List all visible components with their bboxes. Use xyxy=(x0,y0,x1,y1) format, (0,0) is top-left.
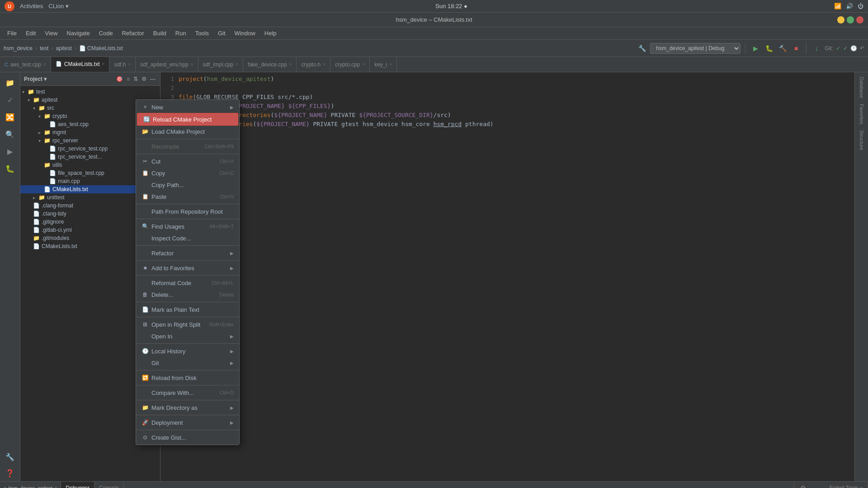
maximize-button[interactable] xyxy=(847,16,854,23)
breadcrumb-project[interactable]: hsm_device xyxy=(4,45,33,52)
run-button[interactable]: ▶ xyxy=(750,43,761,54)
editor-content[interactable]: 1 project(hsm_device_apitest) 2 3 file(G… xyxy=(160,72,854,481)
panel-locate-icon[interactable]: 🎯 xyxy=(115,75,124,83)
vcs-update-icon[interactable]: ↓ xyxy=(811,43,822,54)
tab-crypto-cpp[interactable]: crypto.cpp × xyxy=(330,57,370,72)
sidebar-database-label[interactable]: Database xyxy=(858,75,865,100)
menu-refactor[interactable]: Refactor xyxy=(118,28,148,38)
bottom-tab-debugger[interactable]: Debugger xyxy=(61,482,94,488)
build-button[interactable]: 🔨 xyxy=(777,43,788,54)
tab-sdf-impl[interactable]: sdf_impl.cpp × xyxy=(198,57,243,72)
minimize-button[interactable] xyxy=(837,16,844,23)
window-title: hsm_device – CMakeLists.txt xyxy=(396,16,472,23)
close-button[interactable] xyxy=(856,16,863,23)
debug-close[interactable]: × xyxy=(54,485,57,488)
new-icon: + xyxy=(142,103,149,111)
menu-view[interactable]: View xyxy=(41,28,61,38)
ctx-refactor[interactable]: Refactor xyxy=(136,247,239,259)
ctx-reformat[interactable]: Reformat Code Ctrl+Alt+L xyxy=(136,277,239,289)
reformat-icon xyxy=(142,279,149,286)
menu-window[interactable]: Window xyxy=(231,28,259,38)
ubuntu-logo[interactable]: U xyxy=(5,1,14,11)
ctx-git[interactable]: Git xyxy=(136,357,239,369)
tree-test[interactable]: ▾ 📁 test xyxy=(20,88,160,96)
ctx-load-cmake[interactable]: 📂 Load CMake Project xyxy=(136,126,239,137)
bottom-tab-failed-tests[interactable]: Failed Tests × xyxy=(825,482,868,488)
ctx-reload-disk[interactable]: 🔁 Reload from Disk xyxy=(136,372,239,384)
split-icon: ⊞ xyxy=(142,321,149,328)
tab-fake-device[interactable]: fake_device.cpp × xyxy=(243,57,297,72)
sidebar-search-icon[interactable]: 🔍 xyxy=(2,126,18,142)
ctx-copy[interactable]: 📋 Copy Ctrl+C xyxy=(136,167,239,179)
ctx-add-favorites[interactable]: ★ Add to Favorites xyxy=(136,262,239,274)
tab-crypto-h[interactable]: crypto.h × xyxy=(297,57,330,72)
tab-sdf-apitest[interactable]: sdf_apitest_env.hpp × xyxy=(136,57,198,72)
failed-tests-close[interactable]: × xyxy=(860,485,863,488)
ctx-local-history[interactable]: 🕐 Local History xyxy=(136,345,239,357)
activities-label[interactable]: Activities xyxy=(20,3,43,9)
ctx-open-right-split[interactable]: ⊞ Open in Right Split Shift+Enter xyxy=(136,319,239,330)
menu-navigate[interactable]: Navigate xyxy=(63,28,93,38)
ctx-deployment[interactable]: 🚀 Deployment xyxy=(136,417,239,428)
menu-build[interactable]: Build xyxy=(150,28,170,38)
ctx-delete[interactable]: 🗑 Delete... Delete xyxy=(136,289,239,300)
menu-git[interactable]: Git xyxy=(214,28,229,38)
menu-file[interactable]: File xyxy=(4,28,20,38)
menu-edit[interactable]: Edit xyxy=(22,28,39,38)
ctx-mark-directory[interactable]: 📁 Mark Directory as xyxy=(136,402,239,413)
breadcrumb-file[interactable]: 📄 CMakeLists.txt xyxy=(79,45,123,52)
ctx-reload-cmake[interactable]: 🔄 Reload CMake Project xyxy=(137,113,238,126)
sidebar-structure-label[interactable]: Structure xyxy=(858,128,865,153)
sidebar-commit-icon[interactable]: ✓ xyxy=(2,92,18,108)
panel-sort-icon[interactable]: ⇅ xyxy=(132,75,139,83)
panel-hide-btn[interactable]: — xyxy=(811,483,821,488)
breadcrumb-test[interactable]: test xyxy=(40,45,48,52)
tab-key-i[interactable]: key_i × xyxy=(370,57,397,72)
sidebar-plugins-icon[interactable]: 🔧 xyxy=(2,449,18,465)
ctx-mark-plain[interactable]: 📄 Mark as Plain Text xyxy=(136,304,239,315)
tab-close-cryptoh[interactable]: × xyxy=(323,62,326,67)
sidebar-favorites-label[interactable]: Favorites xyxy=(858,102,865,127)
ctx-paste[interactable]: 📋 Paste Ctrl+V xyxy=(136,191,239,202)
panel-minimize-icon[interactable]: — xyxy=(149,75,156,83)
ctx-compare-with[interactable]: Compare With... Ctrl+D xyxy=(136,387,239,399)
sidebar-help-icon[interactable]: ❓ xyxy=(2,465,18,481)
stop-button[interactable]: ■ xyxy=(791,43,802,54)
tab-close-sdfimpl[interactable]: × xyxy=(236,62,238,67)
menu-run[interactable]: Run xyxy=(172,28,190,38)
ctx-new[interactable]: + New xyxy=(136,101,239,113)
ctx-cut[interactable]: ✂ Cut Ctrl+X xyxy=(136,155,239,167)
sidebar-pull-icon[interactable]: 🔀 xyxy=(2,109,18,125)
tab-aes-test[interactable]: C aes_test.cpp × xyxy=(0,57,51,72)
ctx-path-from-root[interactable]: Path From Repository Root xyxy=(136,206,239,217)
ctx-find-usages[interactable]: 🔍 Find Usages Alt+Shift+7 xyxy=(136,221,239,232)
menu-code[interactable]: Code xyxy=(95,28,117,38)
tab-close-sdf[interactable]: × xyxy=(128,62,131,67)
ctx-inspect-code[interactable]: Inspect Code... xyxy=(136,232,239,244)
panel-settings-icon[interactable]: ⚙ xyxy=(141,75,147,83)
sidebar-run-icon[interactable]: ▶ xyxy=(2,143,18,160)
tab-close-keyi[interactable]: × xyxy=(389,62,392,67)
sidebar-project-icon[interactable]: 📁 xyxy=(2,75,18,91)
app-name-label[interactable]: CLion ▾ xyxy=(48,3,69,9)
tab-close-cmake[interactable]: × xyxy=(102,61,105,66)
bottom-tab-console[interactable]: Console xyxy=(94,482,124,488)
ctx-open-in[interactable]: Open In xyxy=(136,330,239,342)
tab-close-sdfapi[interactable]: × xyxy=(191,62,193,67)
breadcrumb-apitest[interactable]: apitest xyxy=(56,45,71,52)
menu-tools[interactable]: Tools xyxy=(192,28,212,38)
panel-settings-btn[interactable]: ⚙ xyxy=(798,483,809,488)
tab-close-fake[interactable]: × xyxy=(289,62,292,67)
panel-collapse-icon[interactable]: ≡ xyxy=(126,75,131,83)
tab-cmake[interactable]: 📄 CMakeLists.txt × xyxy=(51,57,110,72)
tab-close-cryptocpp[interactable]: × xyxy=(362,62,365,67)
debug-button[interactable]: 🐛 xyxy=(764,43,774,54)
run-config-dropdown[interactable]: hsm_device_apitest | Debug xyxy=(650,43,741,54)
sidebar-debug-icon[interactable]: 🐛 xyxy=(2,160,18,177)
tab-sdf-h[interactable]: sdf.h × xyxy=(109,57,136,72)
ctx-copy-path[interactable]: Copy Path... xyxy=(136,179,239,191)
ctx-create-gist[interactable]: ⊙ Create Gist... xyxy=(136,432,239,443)
tab-close-aes[interactable]: × xyxy=(43,62,46,67)
tree-gitlab-label: .gitlab-ci.yml xyxy=(42,227,72,233)
menu-help[interactable]: Help xyxy=(261,28,280,38)
